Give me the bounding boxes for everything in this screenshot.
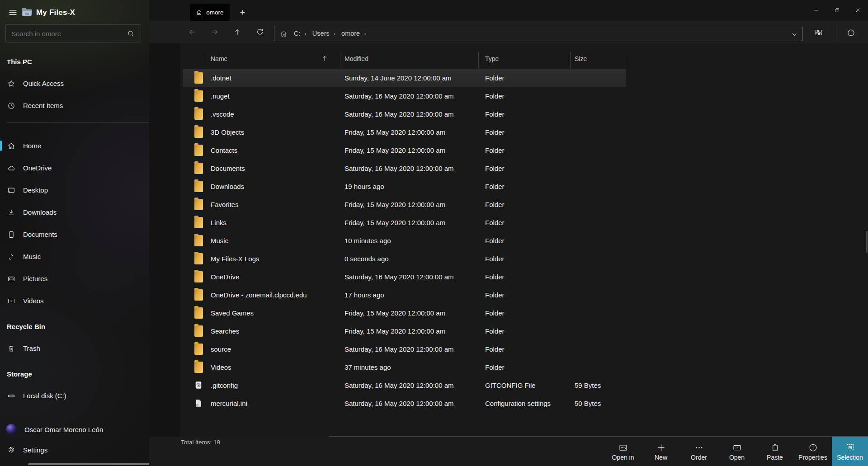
info-button[interactable] — [844, 25, 858, 40]
clock-icon — [7, 102, 15, 110]
sidebar-item[interactable]: Quick Access — [0, 72, 149, 94]
file-row[interactable]: Saved Games Friday, 15 May 2020 12:00:00… — [183, 304, 868, 322]
file-name[interactable]: Links — [211, 213, 226, 231]
toolbar-button[interactable]: Order — [680, 437, 718, 466]
column-separator — [570, 52, 571, 68]
vertical-scrollbar[interactable] — [866, 231, 868, 253]
paste-icon — [770, 443, 780, 452]
search-box[interactable] — [5, 24, 141, 42]
column-header-size[interactable]: Size — [575, 55, 587, 62]
column-header-modified[interactable]: Modified — [344, 55, 368, 62]
new-tab-button[interactable] — [236, 6, 249, 19]
toolbar-button[interactable]: Open in — [604, 437, 642, 466]
file-row[interactable]: Links Friday, 15 May 2020 12:00:00 am Fo… — [183, 213, 868, 231]
up-button[interactable] — [230, 24, 245, 40]
file-name[interactable]: source — [211, 340, 231, 358]
file-name[interactable]: Music — [211, 231, 228, 249]
sidebar-item[interactable]: Pictures — [0, 268, 149, 290]
sidebar-footer-item[interactable]: Settings — [0, 439, 149, 460]
file-name[interactable]: .dotnet — [211, 69, 231, 87]
sidebar-item[interactable]: Videos — [0, 290, 149, 312]
file-name[interactable]: OneDrive — [211, 268, 239, 286]
file-row[interactable]: .dotnet Sunday, 14 June 2020 12:00:00 am… — [183, 69, 626, 87]
sidebar-item[interactable]: Home — [0, 135, 149, 157]
file-row[interactable]: My Files-X Logs 0 seconds ago Folder — [183, 249, 868, 268]
file-row[interactable]: Contacts Friday, 15 May 2020 12:00:00 am… — [183, 141, 868, 159]
file-modified: 37 minutes ago — [344, 358, 391, 376]
chevron-down-icon[interactable] — [790, 30, 799, 39]
sidebar-item[interactable]: Downloads — [0, 201, 149, 223]
breadcrumb-segment[interactable]: Users › — [310, 28, 339, 38]
file-row[interactable]: .vscode Saturday, 16 May 2020 12:00:00 a… — [183, 105, 868, 123]
file-name[interactable]: Downloads — [211, 177, 244, 195]
sidebar-item[interactable]: Trash — [0, 337, 149, 359]
file-name[interactable]: Searches — [211, 322, 239, 340]
file-row[interactable]: OneDrive Saturday, 16 May 2020 12:00:00 … — [183, 268, 868, 286]
minimize-icon — [813, 7, 819, 13]
file-row[interactable]: mercurial.ini Saturday, 16 May 2020 12:0… — [183, 394, 868, 412]
file-row[interactable]: .gitconfig Saturday, 16 May 2020 12:00:0… — [183, 376, 868, 394]
sidebar-item[interactable]: Documents — [0, 223, 149, 245]
file-modified: Friday, 15 May 2020 12:00:00 am — [344, 195, 445, 213]
file-name[interactable]: .vscode — [211, 105, 234, 123]
sidebar-item[interactable]: Desktop — [0, 179, 149, 201]
back-button[interactable] — [184, 24, 200, 40]
drive-icon — [7, 392, 15, 400]
plus-icon — [239, 9, 246, 16]
sidebar-nav: This PC Quick Access Recent Items Home O… — [0, 51, 149, 407]
horizontal-scrollbar[interactable] — [28, 463, 166, 465]
breadcrumb[interactable]: C: › Users › omore › — [274, 26, 803, 41]
sidebar-footer-item[interactable]: Oscar Omar Moreno León — [0, 419, 149, 440]
sidebar-item[interactable]: Recent Items — [0, 94, 149, 117]
home-icon[interactable] — [280, 30, 288, 38]
toolbar-button[interactable]: New — [642, 437, 680, 466]
close-button[interactable] — [847, 0, 868, 20]
toolbar-button[interactable]: Properties — [794, 437, 832, 466]
file-row[interactable]: Documents Saturday, 16 May 2020 12:00:00… — [183, 159, 868, 177]
file-name[interactable]: 3D Objects — [211, 123, 244, 141]
search-icon[interactable] — [127, 30, 135, 38]
tab-omore[interactable]: omore — [190, 4, 230, 21]
file-name[interactable]: Videos — [211, 358, 231, 376]
toolbar-button[interactable]: Paste — [756, 437, 794, 466]
sidebar-item[interactable]: Local disk (C:) — [0, 385, 149, 407]
forward-button[interactable] — [207, 24, 222, 40]
sidebar-item[interactable]: Music — [0, 245, 149, 268]
folder-icon — [193, 235, 203, 246]
sort-ascending-icon[interactable] — [321, 55, 328, 62]
file-row[interactable]: Favorites Friday, 15 May 2020 12:00:00 a… — [183, 195, 868, 213]
file-row[interactable]: Searches Friday, 15 May 2020 12:00:00 am… — [183, 322, 868, 340]
breadcrumb-segment[interactable]: omore › — [339, 28, 369, 38]
restore-button[interactable] — [826, 0, 847, 20]
toolbar-button[interactable]: Open — [718, 437, 756, 466]
refresh-button[interactable] — [252, 24, 268, 40]
selection-icon — [845, 443, 855, 452]
minimize-button[interactable] — [806, 0, 826, 20]
file-row[interactable]: 3D Objects Friday, 15 May 2020 12:00:00 … — [183, 123, 868, 141]
file-row[interactable]: Music 10 minutes ago Folder — [183, 231, 868, 249]
file-row[interactable]: OneDrive - zonemail.clpccd.edu 17 hours … — [183, 286, 868, 304]
search-input[interactable] — [6, 30, 127, 38]
file-name[interactable]: Documents — [211, 159, 245, 177]
file-name[interactable]: Contacts — [211, 141, 237, 159]
file-modified: Friday, 15 May 2020 12:00:00 am — [344, 141, 445, 159]
hamburger-menu-icon[interactable] — [5, 6, 20, 18]
file-name[interactable]: .gitconfig — [211, 376, 238, 394]
file-row[interactable]: .nuget Saturday, 16 May 2020 12:00:00 am… — [183, 87, 868, 105]
file-row[interactable]: Downloads 19 hours ago Folder — [183, 177, 868, 195]
file-name[interactable]: mercurial.ini — [211, 394, 247, 412]
sidebar-item[interactable]: OneDrive — [0, 157, 149, 179]
breadcrumb-segment[interactable]: C: › — [292, 28, 310, 38]
layout-view-button[interactable] — [811, 25, 826, 40]
column-header-type[interactable]: Type — [485, 55, 499, 62]
column-header-name[interactable]: Name — [211, 55, 227, 62]
file-name[interactable]: Saved Games — [211, 304, 254, 322]
file-row[interactable]: Videos 37 minutes ago Folder — [183, 358, 868, 376]
file-name[interactable]: OneDrive - zonemail.clpccd.edu — [211, 286, 307, 304]
file-name[interactable]: .nuget — [211, 87, 230, 105]
file-name[interactable]: My Files-X Logs — [211, 249, 259, 268]
toolbar-button[interactable]: Selection — [832, 437, 868, 466]
file-row[interactable]: source Saturday, 16 May 2020 12:00:00 am… — [183, 340, 868, 358]
folder-icon — [193, 126, 203, 138]
file-name[interactable]: Favorites — [211, 195, 239, 213]
